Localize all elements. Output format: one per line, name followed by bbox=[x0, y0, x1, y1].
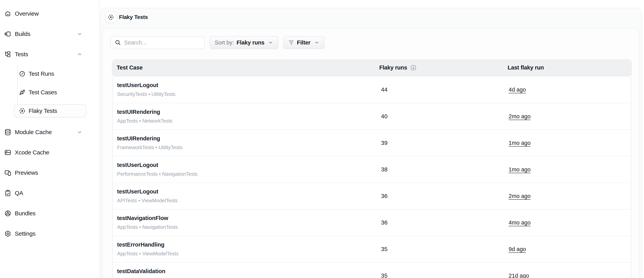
sort-descending-icon bbox=[410, 65, 416, 71]
table-row[interactable]: testNavigationFlow AppTests • Navigation… bbox=[113, 209, 631, 236]
chevron-down-icon bbox=[268, 40, 273, 45]
flaky-circle-icon bbox=[19, 108, 26, 114]
flaky-tests-icon-button[interactable] bbox=[105, 12, 116, 23]
table-row[interactable]: testUIRendering FrameworkTests • Utility… bbox=[113, 129, 631, 156]
tests-sub-list: Test Runs Test Cases bbox=[0, 64, 99, 120]
devices-icon bbox=[4, 169, 11, 176]
clipboard-check-icon bbox=[4, 190, 11, 197]
sort-value: Flaky runs bbox=[236, 39, 264, 46]
sidebar-item-bundles[interactable]: Bundles bbox=[0, 203, 99, 224]
column-header-last-flaky-run: Last flaky run bbox=[508, 64, 632, 71]
sidebar-item-label: Flaky Tests bbox=[29, 108, 57, 114]
table-body: testUserLogout SecurityTests • UtilityTe… bbox=[112, 76, 631, 278]
table-header: Test Case Flaky runs Last flaky run bbox=[112, 59, 632, 76]
column-header-flaky-runs[interactable]: Flaky runs bbox=[379, 64, 508, 71]
last-flaky-run-link[interactable]: 2mo ago bbox=[508, 113, 531, 119]
tests-tree-icon bbox=[4, 51, 11, 58]
home-icon bbox=[4, 10, 11, 17]
main-panel: Flaky Tests Sort by: Flaky runs Filter T… bbox=[100, 8, 642, 278]
sidebar-item-label: Test Cases bbox=[29, 89, 57, 96]
sidebar-item-previews[interactable]: Previews bbox=[0, 163, 99, 183]
sidebar-item-test-runs[interactable]: Test Runs bbox=[0, 64, 99, 83]
chevron-down-icon bbox=[77, 129, 82, 135]
flaky-runs-count: 36 bbox=[381, 193, 508, 199]
test-name: testUserLogout bbox=[117, 82, 381, 88]
test-name: testUIRendering bbox=[117, 109, 381, 115]
sidebar-item-flaky-tests[interactable]: Flaky Tests bbox=[0, 101, 99, 120]
test-name: testUserLogout bbox=[117, 162, 381, 168]
sidebar-item-builds[interactable]: Builds bbox=[0, 24, 99, 44]
filter-button[interactable]: Filter bbox=[283, 36, 324, 49]
flaky-circle-icon bbox=[108, 14, 114, 20]
test-name: testNavigationFlow bbox=[117, 215, 381, 221]
test-suites: AppTests • ViewModelTests bbox=[117, 251, 381, 257]
sidebar-item-xcode-cache[interactable]: Xcode Cache bbox=[0, 142, 99, 163]
flaky-runs-count: 40 bbox=[381, 113, 508, 120]
test-suites: FrameworkTests • UtilityTests bbox=[117, 145, 381, 151]
sidebar-item-label: Test Runs bbox=[29, 70, 54, 77]
test-suites: AppTests • NavigationTests bbox=[117, 224, 381, 230]
flaky-runs-count: 39 bbox=[381, 140, 508, 146]
test-suites: PerformanceTests • NavigationTests bbox=[117, 171, 381, 177]
flaky-runs-count: 35 bbox=[381, 246, 508, 252]
test-suites: SecurityTests • UtilityTests bbox=[117, 91, 381, 97]
filter-funnel-icon bbox=[288, 40, 294, 46]
chevron-down-icon bbox=[77, 31, 82, 37]
search-input[interactable] bbox=[124, 39, 200, 46]
test-name: testDataValidation bbox=[117, 268, 381, 274]
last-flaky-run-link[interactable]: 4d ago bbox=[508, 86, 526, 93]
sidebar-item-test-cases[interactable]: Test Cases bbox=[0, 83, 99, 101]
flaky-runs-count: 38 bbox=[381, 166, 508, 173]
chevron-down-icon bbox=[314, 40, 320, 45]
table-row[interactable]: testDataValidation APITests • ServiceTes… bbox=[113, 262, 631, 278]
sidebar-item-label: Previews bbox=[15, 170, 38, 176]
sidebar-item-label: Bundles bbox=[15, 210, 36, 217]
last-flaky-run-link[interactable]: 1mo ago bbox=[508, 140, 531, 146]
server-icon bbox=[4, 149, 11, 156]
sidebar-item-qa[interactable]: QA bbox=[0, 183, 99, 203]
table-row[interactable]: testUserLogout SecurityTests • UtilityTe… bbox=[113, 76, 631, 103]
flaky-runs-count: 36 bbox=[381, 219, 508, 226]
flaky-runs-count: 44 bbox=[381, 86, 508, 93]
column-header-test-case: Test Case bbox=[117, 64, 379, 71]
sidebar-item-label: Xcode Cache bbox=[15, 149, 49, 156]
sidebar-item-label: Module Cache bbox=[15, 129, 52, 135]
test-name: testErrorHandling bbox=[117, 241, 381, 248]
sidebar-item-module-cache[interactable]: Module Cache bbox=[0, 122, 99, 142]
sort-label: Sort by: bbox=[215, 39, 234, 46]
sidebar-item-label: Overview bbox=[15, 10, 39, 17]
sidebar-item-label: Tests bbox=[15, 51, 28, 58]
search-icon bbox=[115, 39, 121, 46]
sidebar: Overview Builds Tests bbox=[0, 0, 99, 278]
last-flaky-run-link[interactable]: 21d ago bbox=[508, 272, 529, 278]
sort-button[interactable]: Sort by: Flaky runs bbox=[210, 36, 278, 49]
last-flaky-run-link[interactable]: 1mo ago bbox=[508, 166, 531, 173]
last-flaky-run-link[interactable]: 9d ago bbox=[508, 246, 526, 252]
test-name: testUserLogout bbox=[117, 188, 381, 195]
flaky-runs-count: 35 bbox=[381, 272, 508, 278]
table-row[interactable]: testUserLogout APITests • ViewModelTests… bbox=[113, 183, 631, 209]
test-suites: APITests • ServiceTests bbox=[117, 277, 381, 278]
sidebar-item-settings[interactable]: Settings bbox=[0, 224, 99, 244]
test-name: testUIRendering bbox=[117, 135, 381, 142]
gauge-icon bbox=[19, 70, 26, 77]
chevron-up-icon bbox=[77, 51, 82, 57]
filter-label: Filter bbox=[297, 39, 310, 46]
page-title: Flaky Tests bbox=[119, 12, 148, 23]
table-row[interactable]: testUserLogout PerformanceTests • Naviga… bbox=[113, 156, 631, 183]
sidebar-item-label: Builds bbox=[15, 31, 30, 37]
last-flaky-run-link[interactable]: 2mo ago bbox=[508, 193, 531, 199]
table-row[interactable]: testErrorHandling AppTests • ViewModelTe… bbox=[113, 236, 631, 262]
database-icon bbox=[4, 129, 11, 136]
content-card: Sort by: Flaky runs Filter Test Case Fla… bbox=[102, 28, 639, 278]
route-icon bbox=[19, 89, 26, 96]
test-suites: APITests • ViewModelTests bbox=[117, 198, 381, 204]
table-row[interactable]: testUIRendering AppTests • NetworkTests … bbox=[113, 103, 631, 129]
wheel-icon bbox=[4, 210, 11, 217]
sidebar-item-label: Settings bbox=[15, 230, 36, 237]
sidebar-item-overview[interactable]: Overview bbox=[0, 4, 99, 24]
test-suites: AppTests • NetworkTests bbox=[117, 118, 381, 124]
sidebar-item-tests[interactable]: Tests bbox=[0, 44, 99, 64]
sidebar-nav: Overview Builds Tests bbox=[0, 0, 99, 244]
last-flaky-run-link[interactable]: 4mo ago bbox=[508, 219, 531, 226]
